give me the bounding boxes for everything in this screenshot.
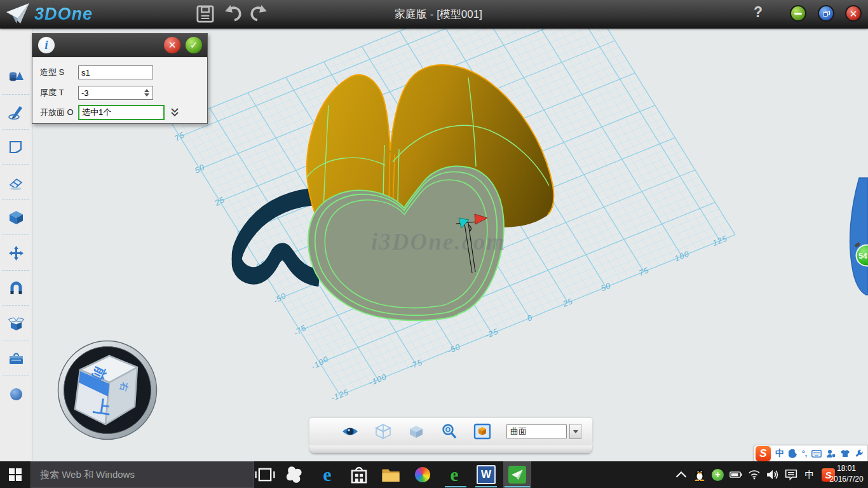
field-row-thickness: 厚度 T xyxy=(40,85,149,100)
undo-button[interactable] xyxy=(224,4,243,24)
shape-field-label: 造型 S xyxy=(40,67,78,78)
word-button[interactable]: W xyxy=(475,464,497,485)
system-tray: + 中 S xyxy=(675,461,835,488)
tool-sidebar xyxy=(0,29,32,461)
ime-chinese-mode-button[interactable]: 中 xyxy=(775,448,784,459)
thickness-spinner[interactable] xyxy=(144,89,149,97)
file-explorer-button[interactable] xyxy=(380,464,402,485)
render-mode-button[interactable] xyxy=(473,423,491,440)
sogou-ime-bar: S 中 °, xyxy=(754,445,868,462)
view-cube-right-label: 右 xyxy=(119,381,130,392)
viewport-watermark: i3DOne.com xyxy=(371,229,506,255)
score-badge-value: 54 xyxy=(858,252,867,261)
sidebar-divider xyxy=(3,341,29,341)
3done-app-button[interactable] xyxy=(506,464,528,485)
thickness-field-input[interactable] xyxy=(78,86,153,100)
sidebar-divider xyxy=(3,94,29,95)
caret-down-icon xyxy=(573,430,578,433)
sidebar-divider xyxy=(3,129,29,130)
dropdown-arrow-button[interactable] xyxy=(569,424,581,439)
clock-time: 18:01 xyxy=(826,463,867,474)
dialog-header[interactable]: i ✕ ✓ xyxy=(32,34,207,57)
minimize-button[interactable] xyxy=(790,5,806,22)
account-icon[interactable] xyxy=(826,449,836,458)
wifi-icon[interactable] xyxy=(748,468,761,481)
close-button[interactable]: ✕ xyxy=(845,5,862,22)
notification-center-icon[interactable] xyxy=(785,468,797,481)
view-cube-widget[interactable]: 上 前 右 xyxy=(58,341,157,440)
sidebar-divider xyxy=(3,199,29,200)
save-button[interactable] xyxy=(196,4,215,24)
windows-taskbar: 搜索 Web 和 Windows e e W xyxy=(0,461,868,488)
skin-tshirt-icon[interactable] xyxy=(840,449,850,458)
soft-keyboard-icon[interactable] xyxy=(811,450,822,458)
app-logo-text: 3DOne xyxy=(34,4,93,24)
move-tool[interactable] xyxy=(8,245,25,262)
dialog-confirm-button[interactable]: ✓ xyxy=(186,37,202,53)
combine-box-tool[interactable] xyxy=(8,315,25,332)
dialog-cancel-button[interactable]: ✕ xyxy=(164,37,180,53)
solid-cube-tool[interactable] xyxy=(8,209,25,226)
view-toolbar: 曲面 xyxy=(309,418,592,445)
edit-sketch-tool[interactable] xyxy=(8,139,25,156)
view-toolbar-shelf xyxy=(309,445,592,453)
display-mode-dropdown[interactable]: 曲面 xyxy=(506,424,581,439)
3done-icon xyxy=(508,466,526,484)
colorwheel-icon xyxy=(415,467,430,482)
thickness-field-label: 厚度 T xyxy=(40,87,78,98)
tray-expand-chevron[interactable] xyxy=(675,468,688,481)
eraser-tool[interactable] xyxy=(8,174,25,191)
battery-icon[interactable] xyxy=(729,468,742,481)
sketch-tool[interactable] xyxy=(8,104,25,121)
field-row-open-face: 开放面 O xyxy=(40,105,180,120)
green-browser-button[interactable]: e xyxy=(444,464,465,485)
shape-field-input[interactable] xyxy=(78,65,153,79)
punctuation-mode-button[interactable]: °, xyxy=(802,449,807,458)
sidebar-divider xyxy=(3,234,29,235)
double-chevron-down-icon[interactable] xyxy=(170,107,180,118)
toolbox-tool[interactable] xyxy=(8,351,25,368)
window-title: 家庭版 - [模型001] xyxy=(343,7,534,22)
edge-browser-button[interactable]: e xyxy=(316,464,338,485)
open-face-field-input[interactable] xyxy=(78,105,165,120)
start-button[interactable] xyxy=(0,461,31,488)
settings-wrench-icon[interactable] xyxy=(855,449,864,458)
help-button[interactable]: ? xyxy=(750,4,766,21)
sogou-logo-icon[interactable]: S xyxy=(756,446,771,461)
search-placeholder-text: 搜索 Web 和 Windows xyxy=(40,469,135,481)
app-logo[interactable]: 3DOne xyxy=(5,2,93,26)
running-indicator xyxy=(445,486,466,487)
clock-date: 2016/7/20 xyxy=(826,474,867,485)
windows-logo-icon xyxy=(9,468,22,481)
ime-indicator[interactable]: 中 xyxy=(803,468,816,481)
taskbar-search-box[interactable]: 搜索 Web 和 Windows xyxy=(31,461,254,488)
solid-view-button[interactable] xyxy=(407,423,425,440)
material-sphere-tool[interactable] xyxy=(8,386,25,403)
primitives-tool[interactable] xyxy=(8,68,25,85)
taskbar-clock[interactable]: 18:01 2016/7/20 xyxy=(826,463,867,485)
360-browser-button[interactable] xyxy=(412,464,433,485)
title-bar: 3DOne 家庭版 - [模型001] ? ✕ xyxy=(0,0,868,29)
open-face-field-label: 开放面 O xyxy=(40,107,78,118)
visibility-eye-button[interactable] xyxy=(341,423,359,440)
word-icon: W xyxy=(477,465,496,484)
shell-command-dialog: i ✕ ✓ 造型 S 厚度 T 开放面 O xyxy=(32,33,208,124)
volume-icon[interactable] xyxy=(766,468,779,481)
moon-mode-icon[interactable] xyxy=(789,449,797,458)
wireframe-view-button[interactable] xyxy=(374,423,392,440)
windows-store-button[interactable] xyxy=(348,464,370,485)
task-view-button[interactable] xyxy=(254,464,276,485)
sidebar-divider xyxy=(3,270,29,271)
redo-button[interactable] xyxy=(249,4,268,24)
qq-penguin-icon[interactable] xyxy=(693,468,706,481)
restore-icon xyxy=(823,11,830,17)
constraints-magnet-tool[interactable] xyxy=(8,280,25,297)
sidebar-divider xyxy=(3,376,29,376)
application-window: -125-100-75-50-2502550751001257550250-25… xyxy=(0,0,868,488)
pinwheel-app-button[interactable] xyxy=(283,464,305,485)
maximize-button[interactable] xyxy=(818,5,834,22)
paper-plane-icon xyxy=(5,2,31,26)
zoom-button[interactable] xyxy=(440,423,458,440)
360-safe-tray-icon[interactable]: + xyxy=(712,469,724,481)
display-mode-value[interactable]: 曲面 xyxy=(506,424,567,438)
